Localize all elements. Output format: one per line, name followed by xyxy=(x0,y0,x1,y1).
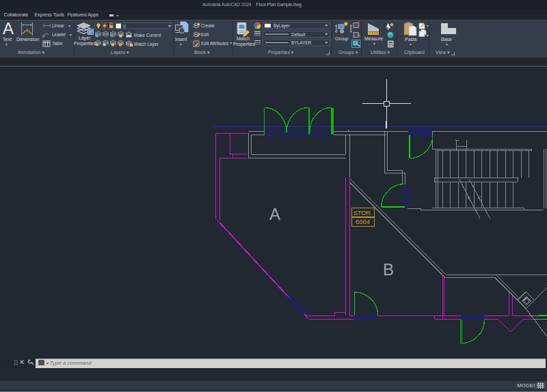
svg-text:Match: Match xyxy=(237,36,250,41)
svg-text:6004: 6004 xyxy=(356,218,370,225)
svg-text:Leader: Leader xyxy=(52,32,66,37)
svg-text:A: A xyxy=(3,19,14,38)
svg-text:0: 0 xyxy=(123,24,126,29)
svg-text:▾: ▾ xyxy=(446,42,448,46)
svg-text:Dimension: Dimension xyxy=(16,37,39,42)
svg-text:Text: Text xyxy=(3,37,12,42)
svg-text:▾: ▾ xyxy=(70,33,72,37)
svg-text:ByLayer: ByLayer xyxy=(274,23,291,29)
svg-text:Linear: Linear xyxy=(52,23,65,28)
svg-text:STOR.: STOR. xyxy=(353,210,372,216)
svg-text:Measure: Measure xyxy=(364,36,383,41)
svg-text:BYLAYER: BYLAYER xyxy=(291,40,312,45)
svg-text:▾: ▾ xyxy=(230,41,232,45)
svg-text:Create: Create xyxy=(201,23,215,28)
svg-text:Insert: Insert xyxy=(175,37,187,42)
svg-text:Default: Default xyxy=(291,32,306,37)
svg-text:Properties: Properties xyxy=(74,41,96,46)
svg-text:Edit: Edit xyxy=(201,32,209,37)
svg-text:▾: ▾ xyxy=(5,42,8,46)
svg-text:A: A xyxy=(269,205,280,223)
svg-text:▾: ▾ xyxy=(427,24,429,28)
svg-text:Edit Attributes: Edit Attributes xyxy=(201,41,229,46)
svg-text:B: B xyxy=(383,260,394,279)
svg-text:▾: ▾ xyxy=(68,24,70,28)
svg-text:▾: ▾ xyxy=(410,42,412,46)
svg-text:Group: Group xyxy=(335,36,349,42)
svg-text:Match Layer: Match Layer xyxy=(134,42,159,47)
svg-text:▾: ▾ xyxy=(180,42,182,46)
svg-text:Layer: Layer xyxy=(79,36,91,41)
svg-text:▾: ▾ xyxy=(427,33,429,38)
svg-text:Base: Base xyxy=(441,37,452,42)
svg-text:Table: Table xyxy=(52,41,63,46)
svg-text:Make Current: Make Current xyxy=(134,33,161,38)
svg-text:Paste: Paste xyxy=(405,37,417,42)
svg-text:▾: ▾ xyxy=(373,42,375,46)
svg-text:Properties: Properties xyxy=(233,42,255,47)
